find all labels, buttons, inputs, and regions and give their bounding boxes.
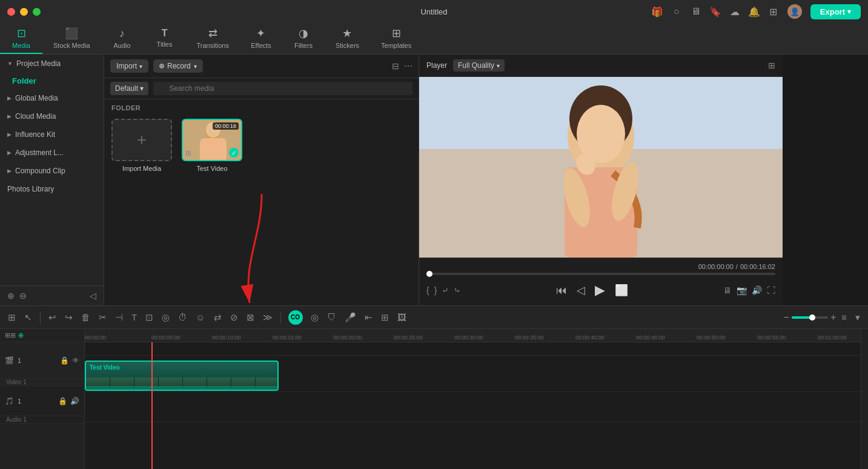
avatar-icon[interactable]: 👤: [787, 4, 802, 19]
folder-label: Folder: [12, 76, 36, 85]
lock-icon[interactable]: 🔒: [60, 356, 69, 365]
zoom-slider[interactable]: [792, 316, 828, 319]
volume-icon[interactable]: 🔊: [752, 285, 762, 295]
auto-sync-icon[interactable]: ⊕: [18, 331, 24, 339]
tab-templates[interactable]: ⊞ Templates: [370, 23, 422, 54]
audio-track-name-label: Audio 1: [0, 416, 84, 424]
audio-tab-label: Audio: [113, 42, 130, 49]
test-video-item[interactable]: 00:00:16 ⊞ ✓ Test Video: [182, 119, 242, 172]
gift-icon[interactable]: 🎁: [652, 6, 663, 17]
picture-button[interactable]: 🖼: [394, 310, 409, 324]
expand-button[interactable]: ▾: [852, 310, 863, 325]
redo-button[interactable]: ↪: [62, 310, 76, 325]
sidebar-item-project-media[interactable]: ▼ Project Media: [0, 55, 104, 73]
shield-button[interactable]: ⛉: [324, 310, 339, 324]
progress-bar[interactable]: [426, 273, 775, 275]
zoom-out-button[interactable]: −: [784, 312, 789, 323]
sidebar-item-photos-library[interactable]: Photos Library: [0, 180, 104, 198]
import-media-item[interactable]: + Import Media: [111, 119, 172, 172]
mask-button[interactable]: ◎: [159, 310, 173, 325]
timeline-scrollbar[interactable]: [861, 329, 868, 469]
layout-icon[interactable]: ⊞: [768, 61, 775, 70]
split-button[interactable]: ⊣: [112, 310, 126, 325]
sidebar-item-compound-clip[interactable]: ▶ Compound Clip: [0, 162, 104, 180]
tab-media[interactable]: ⊡ Media: [0, 23, 42, 54]
tab-titles[interactable]: T Titles: [144, 23, 186, 54]
screen-button[interactable]: ⊞: [378, 310, 392, 325]
zoom-in-button[interactable]: +: [830, 312, 836, 323]
sidebar-item-global-media[interactable]: ▶ Global Media: [0, 89, 104, 107]
transition2-button[interactable]: ⇤: [362, 310, 376, 325]
filter-icon[interactable]: ⊟: [392, 61, 399, 71]
mic-button[interactable]: 🎤: [342, 310, 359, 325]
add-video-track-icon[interactable]: ⊞: [5, 331, 10, 339]
mark-in-button[interactable]: {: [426, 285, 429, 295]
minimize-button[interactable]: [20, 8, 28, 16]
crop-button[interactable]: ⊡: [142, 310, 156, 325]
close-button[interactable]: [7, 8, 15, 16]
adjustment-label: Adjustment L...: [15, 148, 64, 157]
cut-button[interactable]: ✂: [96, 310, 110, 325]
emoji-button[interactable]: ☺: [193, 310, 208, 324]
tab-effects[interactable]: ✦ Effects: [240, 23, 282, 54]
sidebar-item-influence-kit[interactable]: ▶ Influence Kit: [0, 125, 104, 144]
grid-icon[interactable]: ⊞: [768, 6, 779, 17]
step-back-button[interactable]: ⏮: [556, 284, 567, 297]
audio-lock-icon[interactable]: 🔒: [58, 397, 67, 405]
bottom-section: ⊞ ↖ ↩ ↪ 🗑 ✂ ⊣ T ⊡ ◎ ⏱ ☺ ⇄ ⊘ ⊠ ≫ CO ◎ ⛉ 🎤…: [0, 305, 868, 469]
more-options-icon[interactable]: ⋯: [404, 61, 412, 71]
sidebar-item-cloud-media[interactable]: ▶ Cloud Media: [0, 107, 104, 125]
influence-kit-label: Influence Kit: [15, 130, 55, 139]
mark-out-button[interactable]: }: [434, 285, 437, 295]
search-input[interactable]: [153, 82, 412, 95]
snapshot-icon[interactable]: 📷: [737, 285, 747, 295]
fit-button[interactable]: ⊠: [244, 310, 257, 325]
sidebar-item-adjustment[interactable]: ▶ Adjustment L...: [0, 144, 104, 162]
remove-folder-icon[interactable]: ⊖: [19, 291, 27, 301]
bookmark-icon[interactable]: 🔖: [710, 6, 721, 17]
zoom-slider-handle[interactable]: [809, 314, 815, 321]
export-button[interactable]: Export: [810, 4, 861, 19]
cloud-icon[interactable]: ☁: [729, 6, 740, 17]
tab-filters[interactable]: ◑ Filters: [282, 23, 325, 54]
forward-to-button[interactable]: ⤶: [442, 285, 449, 295]
quality-select[interactable]: Full Quality: [453, 59, 505, 72]
tab-transitions[interactable]: ⇄ Transitions: [186, 23, 240, 54]
add-track-button[interactable]: ⊞: [5, 310, 19, 325]
transition-button[interactable]: ⇄: [211, 310, 225, 325]
progress-handle[interactable]: [426, 271, 432, 277]
more-button[interactable]: ≫: [260, 310, 276, 325]
tab-stickers[interactable]: ★ Stickers: [325, 23, 370, 54]
circular-button[interactable]: ◎: [308, 310, 322, 325]
select-tool-button[interactable]: ↖: [21, 310, 35, 325]
monitor-icon[interactable]: 🖥: [723, 285, 732, 295]
frame-back-button[interactable]: ◁: [577, 284, 585, 297]
circle-icon[interactable]: ○: [671, 6, 682, 17]
video-clip[interactable]: Test Video: [85, 361, 279, 391]
record-button[interactable]: Record: [153, 59, 203, 73]
default-sort-button[interactable]: Default ▾: [110, 82, 148, 95]
list-view-button[interactable]: ≡: [838, 310, 850, 324]
collapse-icon[interactable]: ◁: [90, 291, 96, 301]
tab-stock-media[interactable]: ⬛ Stock Media: [42, 23, 101, 54]
backward-to-button[interactable]: ⤷: [454, 285, 461, 295]
audio-mute-icon[interactable]: 🔊: [70, 397, 79, 405]
auto-ripple-button[interactable]: ⊘: [227, 310, 241, 325]
undo-button[interactable]: ↩: [45, 310, 59, 325]
eye-icon[interactable]: 👁: [72, 356, 79, 365]
timeline-playhead[interactable]: [151, 342, 153, 469]
monitor-icon[interactable]: 🖥: [691, 6, 701, 17]
play-button[interactable]: ▶: [595, 282, 605, 298]
tab-audio[interactable]: ♪ Audio: [101, 23, 144, 54]
delete-button[interactable]: 🗑: [78, 310, 93, 324]
fullscreen-icon[interactable]: ⛶: [767, 285, 775, 295]
add-folder-icon[interactable]: ⊕: [7, 291, 15, 301]
text-tool-button[interactable]: T: [128, 310, 140, 324]
timer-button[interactable]: ⏱: [175, 310, 190, 324]
import-button[interactable]: Import: [110, 59, 148, 73]
stop-button[interactable]: ⬜: [615, 284, 628, 297]
add-audio-track-icon[interactable]: ⊞: [10, 331, 16, 339]
sidebar-item-folder[interactable]: Folder: [0, 73, 104, 89]
bell-icon[interactable]: 🔔: [749, 6, 760, 17]
maximize-button[interactable]: [33, 8, 41, 16]
